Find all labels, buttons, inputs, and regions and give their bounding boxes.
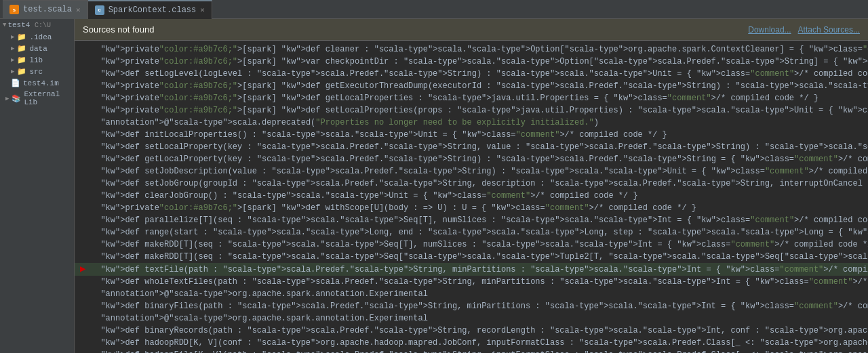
code-line: "annotation">@"scala-type">org.apache.sp…: [75, 312, 868, 325]
folder-icon: 📁: [17, 33, 26, 41]
sidebar-item-idea[interactable]: ▶ 📁 .idea: [0, 31, 74, 43]
line-content: "kw">def hadoopRDD[K, V](conf : "scala-t…: [91, 337, 868, 349]
code-line: "kw">private"color:#a9b7c6;">[spark] "kw…: [75, 92, 868, 104]
sources-not-found-bar: Sources not found Download... Attach Sou…: [75, 19, 868, 41]
main-layout: ▼ test4 C:\U ▶ 📁 .idea ▶ 📁 data ▶ 📁 lib …: [0, 19, 868, 353]
code-line: "kw">def hadoopRDD[K, V](conf : "scala-t…: [75, 337, 868, 349]
code-line: "annotation">@"scala-type">scala.depreca…: [75, 117, 868, 129]
line-content: "kw">def hadoopFile[K, V](path : "scala-…: [91, 349, 868, 353]
sidebar-item-label: .idea: [29, 33, 52, 41]
scala-file-icon: s: [9, 5, 19, 14]
sidebar-root-label: test4 C:\U: [7, 21, 51, 29]
sidebar-item-label: lib: [29, 56, 43, 64]
line-content: "kw">def range(start : "scala-type">scal…: [91, 226, 868, 238]
chevron-icon: ▶: [11, 68, 14, 75]
folder-icon: 📁: [17, 67, 26, 76]
line-content: "kw">private"color:#a9b7c6;">[spark] "kw…: [91, 43, 868, 56]
code-line: "kw">def binaryFiles(path : "scala-type"…: [75, 300, 868, 312]
class-file-icon: c: [95, 5, 104, 15]
line-content: "kw">private"color:#a9b7c6;">[spark] "kw…: [91, 80, 868, 92]
tab-label: test.scala: [23, 5, 72, 14]
sidebar-item-label: test4.im: [23, 79, 59, 87]
code-line: "kw">def parallelize[T](seq : "scala-typ…: [75, 214, 868, 226]
line-content: "kw">def makeRDD[T](seq : "scala-type">s…: [91, 251, 868, 263]
code-line: "kw">def getLocalProperty(key : "scala-t…: [75, 153, 868, 165]
code-line: "kw">def binaryRecords(path : "scala-typ…: [75, 325, 868, 337]
tab-bar: s test.scala ✕ c SparkContext.class ✕: [0, 0, 868, 19]
code-editor[interactable]: "kw">private"color:#a9b7c6;">[spark] "kw…: [75, 41, 868, 353]
file-icon: 📄: [11, 79, 20, 87]
code-line: "kw">private"color:#a9b7c6;">[spark] "kw…: [75, 56, 868, 68]
line-content: "kw">def makeRDD[T](seq : "scala-type">s…: [91, 238, 868, 251]
sources-not-found-text: Sources not found: [83, 24, 155, 35]
attach-sources-link[interactable]: Attach Sources...: [798, 25, 860, 35]
folder-icon: 📁: [17, 44, 26, 53]
chevron-icon: ▶: [11, 45, 14, 52]
sidebar-item-lib[interactable]: ▶ 📁 lib: [0, 54, 74, 66]
code-line: "kw">def makeRDD[T](seq : "scala-type">s…: [75, 251, 868, 263]
tab-close-button[interactable]: ✕: [200, 5, 205, 14]
code-line: "kw">def range(start : "scala-type">scal…: [75, 226, 868, 238]
code-line: "kw">def clearJobGroup() : "scala-type">…: [75, 190, 868, 202]
code-line: ▶ "kw">def textFile(path : "scala-type">…: [75, 263, 868, 276]
code-line: "kw">def hadoopFile[K, V](path : "scala-…: [75, 349, 868, 353]
sidebar-item-external-lib[interactable]: ▶ 📚 External Lib: [0, 89, 74, 108]
sidebar-item-data[interactable]: ▶ 📁 data: [0, 43, 74, 54]
code-line: "kw">def initLocalProperties() : "scala-…: [75, 129, 868, 141]
lib-icon: 📚: [12, 94, 21, 103]
tab-test-scala[interactable]: s test.scala ✕: [3, 0, 88, 19]
code-line: "kw">def setLocalProperty(key : "scala-t…: [75, 141, 868, 153]
sidebar-item-label: data: [29, 45, 47, 53]
line-content: "kw">def getLocalProperty(key : "scala-t…: [91, 153, 868, 165]
sidebar: ▼ test4 C:\U ▶ 📁 .idea ▶ 📁 data ▶ 📁 lib …: [0, 19, 75, 353]
line-content: "kw">private"color:#a9b7c6;">[spark] "kw…: [91, 92, 863, 104]
code-line: "kw">private"color:#a9b7c6;">[spark] "kw…: [75, 80, 868, 92]
chevron-icon: ▶: [11, 56, 14, 64]
line-content: "kw">private"color:#a9b7c6;">[spark] "kw…: [91, 104, 868, 117]
line-content: "kw">def binaryRecords(path : "scala-typ…: [91, 325, 868, 337]
sidebar-item-test4[interactable]: 📄 test4.im: [0, 77, 74, 89]
line-content: "kw">def setLogLevel(logLevel : "scala-t…: [91, 68, 868, 80]
tab-close-button[interactable]: ✕: [76, 5, 81, 14]
tab-label: SparkContext.class: [108, 5, 197, 15]
line-content: "kw">def clearJobGroup() : "scala-type">…: [91, 190, 863, 202]
line-arrow: ▶: [80, 263, 90, 275]
code-line: "kw">def setJobGroup(groupId : "scala-ty…: [75, 178, 868, 190]
folder-icon: 📁: [17, 56, 26, 64]
line-content: "kw">def initLocalProperties() : "scala-…: [91, 129, 863, 141]
line-content: "kw">def setJobDescription(value : "scal…: [91, 165, 868, 178]
code-line: "kw">private"color:#a9b7c6;">[spark] "kw…: [75, 104, 868, 117]
tab-spark-context[interactable]: c SparkContext.class ✕: [88, 0, 212, 19]
sidebar-item-src[interactable]: ▶ 📁 src: [0, 66, 74, 77]
code-line: "kw">def setLogLevel(logLevel : "scala-t…: [75, 68, 868, 80]
line-content: "kw">def textFile(path : "scala-type">sc…: [91, 264, 868, 276]
line-content: "kw">private"color:#a9b7c6;">[spark] "kw…: [91, 202, 863, 214]
line-content: "kw">def setLocalProperty(key : "scala-t…: [91, 141, 868, 153]
line-content: "kw">def setJobGroup(groupId : "scala-ty…: [91, 178, 868, 190]
sidebar-header[interactable]: ▼ test4 C:\U: [0, 19, 74, 31]
line-content: "kw">def parallelize[T](seq : "scala-typ…: [91, 214, 868, 226]
line-content: "kw">def wholeTextFiles(path : "scala-ty…: [91, 276, 868, 288]
line-content: "kw">def binaryFiles(path : "scala-type"…: [91, 300, 868, 312]
code-line: "kw">def makeRDD[T](seq : "scala-type">s…: [75, 238, 868, 251]
chevron-icon: ▶: [5, 95, 9, 102]
line-content: "annotation">@"scala-type">org.apache.sp…: [91, 288, 863, 300]
sidebar-item-label: External Lib: [24, 90, 71, 106]
line-content: "annotation">@"scala-type">scala.depreca…: [91, 117, 863, 129]
sources-actions: Download... Attach Sources...: [748, 25, 860, 35]
sidebar-item-label: src: [29, 68, 43, 76]
code-line: "kw">def setJobDescription(value : "scal…: [75, 165, 868, 178]
code-line: "kw">private"color:#a9b7c6;">[spark] "kw…: [75, 43, 868, 56]
chevron-down-icon: ▼: [3, 22, 6, 28]
chevron-icon: ▶: [11, 33, 14, 41]
code-line: "annotation">@"scala-type">org.apache.sp…: [75, 288, 868, 300]
download-link[interactable]: Download...: [748, 25, 791, 35]
content-right: Sources not found Download... Attach Sou…: [75, 19, 868, 353]
line-content: "annotation">@"scala-type">org.apache.sp…: [91, 312, 863, 325]
code-line: "kw">def wholeTextFiles(path : "scala-ty…: [75, 276, 868, 288]
code-line: "kw">private"color:#a9b7c6;">[spark] "kw…: [75, 202, 868, 214]
line-content: "kw">private"color:#a9b7c6;">[spark] "kw…: [91, 56, 868, 68]
